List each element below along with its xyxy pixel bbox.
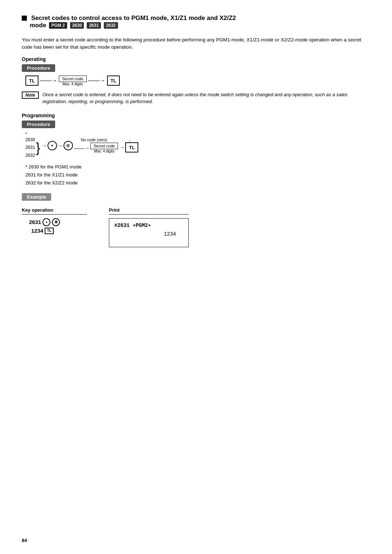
tick-down: ↓ [129,138,131,142]
arrow-to-sc: ——→ [74,145,90,151]
badge-2631: 2631 [87,22,101,29]
key-operation-header: Key operation [22,207,87,215]
no-code-label: No code (zero) [81,138,107,142]
intro-text: You must enter a secret code according t… [22,36,370,51]
programming-label: Programming [22,113,370,118]
note-label: Note [22,91,39,99]
x-key: ⊗ [64,141,73,150]
title-main: Secret codes to control access to PGM1 m… [31,15,236,22]
prog-max-digits: Max. 4 digits [94,149,114,153]
note-section: Note Once a secret code is entered, it d… [22,90,370,107]
footnote-2: 2631 for the X1/Z1 mode [25,171,370,179]
tl-key-prog: TL [125,142,138,152]
procedure-badge-operating: Procedure [22,64,55,72]
footnote-1: * 2630 for the PGM1 mode [25,163,370,171]
brace-symbol: } [36,141,40,154]
key-op-row-1: 2631 • ⊗ [29,218,87,226]
footnote-3: 2632 for the X2/Z2 mode [25,179,370,187]
branch-2632: 2632 [25,152,35,160]
print-column: Print #2631 ✶PGM2✶ 1234 [109,207,189,247]
badge-pgm2: PGM 2 [49,22,67,29]
star-label: * [25,132,27,136]
tl-key-start: TL [25,76,38,86]
arrow-to-x: → [58,143,63,148]
operating-flow: TL ——→ Secret code Max. 4 digits ——→ TL [25,76,370,86]
x-key-ex: ⊗ [52,218,60,226]
example-section: Key operation 2631 • ⊗ 1234 TL Print #26… [22,207,370,247]
print-line-2: 1234 [114,231,183,237]
dot-key-ex: • [42,218,50,226]
example-badge: Example [22,193,51,201]
branch-2631: 2631 [25,144,35,152]
arrow-2: ——→ [88,77,106,84]
tl-key-end: TL [107,76,120,86]
page-number: 84 [22,538,27,543]
secret-code-box: Secret code [59,76,87,82]
note-text: Once a secret code is entered, it does n… [42,91,370,105]
procedure-badge-programming: Procedure [22,121,55,128]
title-mode-word: mode [30,22,46,29]
page-header: Secret codes to control access to PGM1 m… [22,15,370,30]
print-line-1: #2631 ✶PGM2✶ [114,222,183,228]
print-box: #2631 ✶PGM2✶ 1234 [109,218,189,247]
dot-key: • [48,141,57,150]
key-op-row-2: 1234 TL [31,228,87,234]
operating-label: Operating [22,56,370,62]
arrow-to-dot: → [42,143,47,148]
key-1234: 1234 [31,228,43,234]
badge-2632: 2632 [104,22,118,29]
arrow-1: ——→ [40,77,57,84]
key-2631: 2631 [29,219,41,225]
print-header: Print [109,207,189,215]
section-bullet [22,16,27,21]
badge-2630: 2630 [70,22,84,29]
programming-flow: * 2630 2631 2632 } → • → ⊗ [25,132,370,160]
tl-key-ex: TL [45,228,53,234]
secret-code-prog-box: Secret code [90,143,118,149]
footnotes: * 2630 for the PGM1 mode 2631 for the X1… [25,163,370,187]
branch-2630: 2630 [25,136,35,144]
max-digits-label: Max. 4 digits [62,82,83,86]
arrow-to-tl-prog: → [119,144,124,150]
key-operation-column: Key operation 2631 • ⊗ 1234 TL [22,207,87,247]
